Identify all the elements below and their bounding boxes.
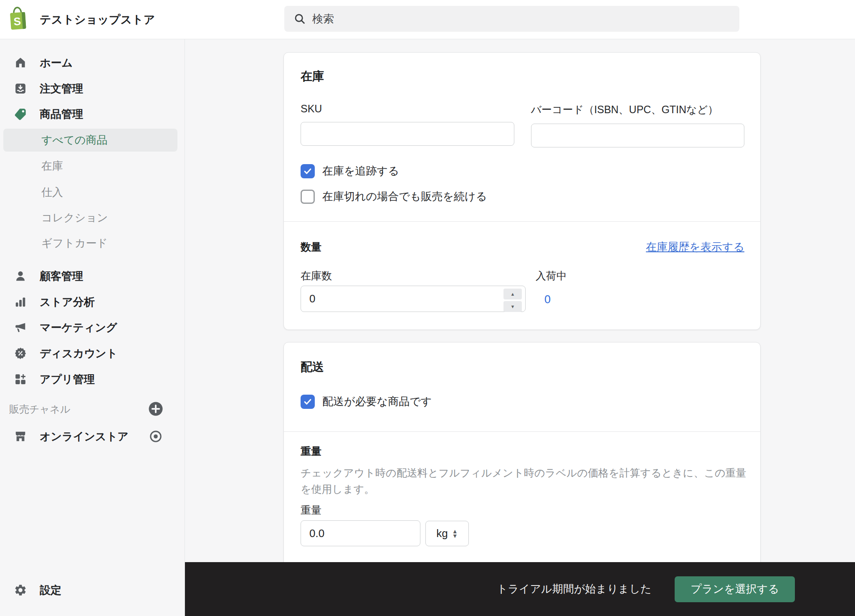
sidebar-item-label: マーケティング — [40, 320, 117, 335]
storefront-icon — [14, 430, 27, 443]
weight-label: 重量 — [301, 503, 321, 517]
weight-unit-value: kg — [436, 527, 448, 540]
top-header-bar: S テストショップストア — [0, 0, 855, 39]
gear-icon — [14, 583, 27, 597]
home-icon — [14, 56, 27, 69]
sidebar-item-gift-cards[interactable]: ギフトカード — [0, 231, 185, 255]
available-quantity-input[interactable] — [301, 286, 526, 312]
main-content: 在庫 SKU バーコード（ISBN、UPC、GTINなど） 在庫を追跡する 在庫… — [185, 39, 855, 616]
sidebar-item-label: 商品管理 — [40, 107, 83, 122]
sidebar-item-orders[interactable]: 注文管理 — [0, 77, 185, 100]
continue-selling-label: 在庫切れの場合でも販売を続ける — [322, 189, 487, 204]
trial-footer-bar: トライアル期間が始まりました プランを選択する — [185, 562, 855, 616]
trial-message: トライアル期間が始まりました — [497, 582, 652, 596]
track-inventory-label: 在庫を追跡する — [322, 164, 399, 178]
quantity-stepper: ▲ ▼ — [503, 289, 522, 312]
customers-icon — [14, 269, 27, 283]
sidebar-nav: ホーム 注文管理 商品管理 すべての商品 在庫 仕入 コレクション — [0, 39, 185, 616]
sidebar-item-customers[interactable]: 顧客管理 — [0, 264, 185, 288]
sidebar-item-label: ディスカウント — [40, 346, 117, 361]
sidebar-item-settings[interactable]: 設定 — [0, 578, 185, 602]
quantity-section-title: 数量 — [301, 240, 321, 254]
sku-input[interactable] — [301, 122, 514, 146]
track-inventory-checkbox-row[interactable]: 在庫を追跡する — [301, 164, 399, 178]
incoming-count-link[interactable]: 0 — [544, 293, 551, 306]
select-caret-icon: ▲▼ — [452, 529, 458, 538]
sidebar-item-label: ギフトカード — [41, 236, 108, 251]
barcode-label: バーコード（ISBN、UPC、GTINなど） — [531, 103, 745, 117]
shipping-card: 配送 配送が必要な商品です 重量 チェックアウト時の配送料とフルフィルメント時の… — [283, 342, 761, 576]
shipping-card-title: 配送 — [301, 359, 324, 375]
select-plan-button[interactable]: プランを選択する — [675, 576, 795, 602]
checkbox-checked-icon[interactable] — [301, 395, 315, 409]
sidebar-item-collections[interactable]: コレクション — [0, 206, 185, 229]
sidebar-item-analytics[interactable]: ストア分析 — [0, 290, 185, 314]
checkbox-checked-icon[interactable] — [301, 164, 315, 178]
stepper-up-button[interactable]: ▲ — [503, 289, 522, 299]
sidebar-item-discounts[interactable]: ディスカウント — [0, 342, 185, 365]
card-divider — [284, 431, 760, 432]
sidebar-item-all-products-active[interactable]: すべての商品 — [3, 129, 177, 152]
inventory-card-title: 在庫 — [301, 68, 324, 84]
weight-input[interactable] — [301, 520, 420, 546]
search-icon — [293, 13, 306, 25]
search-input[interactable] — [312, 13, 730, 25]
inventory-history-link[interactable]: 在庫履歴を表示する — [646, 240, 744, 254]
inventory-card: 在庫 SKU バーコード（ISBN、UPC、GTINなど） 在庫を追跡する 在庫… — [283, 52, 761, 330]
sidebar-item-label: すべての商品 — [41, 133, 107, 147]
sidebar-item-label: ホーム — [40, 56, 73, 70]
incoming-label: 入荷中 — [536, 269, 567, 283]
shopify-logo-icon[interactable]: S — [8, 5, 28, 32]
physical-product-checkbox-row[interactable]: 配送が必要な商品です — [301, 394, 432, 409]
sidebar-item-marketing[interactable]: マーケティング — [0, 316, 185, 339]
products-tag-icon — [14, 107, 27, 121]
sku-label: SKU — [301, 103, 514, 115]
sidebar-item-apps[interactable]: アプリ管理 — [0, 368, 185, 391]
weight-section-title: 重量 — [301, 444, 321, 458]
sidebar-item-label: 顧客管理 — [40, 269, 83, 284]
discounts-icon — [14, 347, 27, 360]
orders-icon — [14, 82, 27, 95]
triangle-up-icon: ▲ — [511, 292, 515, 297]
sidebar-item-products[interactable]: 商品管理 — [0, 102, 185, 126]
analytics-icon — [14, 295, 27, 309]
card-divider — [284, 221, 760, 222]
physical-product-label: 配送が必要な商品です — [322, 394, 432, 409]
checkbox-unchecked-icon[interactable] — [301, 190, 315, 204]
sidebar-item-label: 注文管理 — [40, 81, 83, 96]
continue-selling-checkbox-row[interactable]: 在庫切れの場合でも販売を続ける — [301, 189, 487, 204]
weight-description: チェックアウト時の配送料とフルフィルメント時のラベルの価格を計算するときに、この… — [301, 465, 749, 497]
triangle-down-icon: ▼ — [511, 304, 515, 309]
sidebar-item-inventory[interactable]: 在庫 — [0, 154, 185, 177]
weight-unit-select[interactable]: kg ▲▼ — [425, 521, 469, 546]
sidebar-item-label: ストア分析 — [40, 295, 95, 309]
sidebar-item-label: 設定 — [40, 583, 61, 598]
add-sales-channel-button[interactable] — [148, 401, 164, 417]
stepper-down-button[interactable]: ▼ — [503, 301, 522, 312]
barcode-input[interactable] — [531, 124, 745, 147]
marketing-icon — [14, 321, 27, 334]
svg-text:S: S — [13, 15, 21, 28]
sidebar-item-label: コレクション — [41, 210, 108, 225]
view-online-store-eye-icon[interactable] — [148, 428, 164, 444]
sidebar-item-label: 仕入 — [41, 185, 63, 200]
available-quantity-label: 在庫数 — [301, 269, 332, 283]
available-quantity-field: ▲ ▼ — [301, 286, 526, 312]
global-search-bar[interactable] — [284, 6, 739, 32]
sidebar-item-home[interactable]: ホーム — [0, 51, 185, 74]
sidebar-item-label: オンラインストア — [40, 429, 129, 444]
apps-icon — [14, 373, 27, 386]
sidebar-item-purchase[interactable]: 仕入 — [0, 180, 185, 204]
sidebar-item-label: 在庫 — [41, 159, 63, 173]
store-name[interactable]: テストショップストア — [40, 0, 155, 39]
sidebar-item-label: アプリ管理 — [40, 372, 95, 387]
